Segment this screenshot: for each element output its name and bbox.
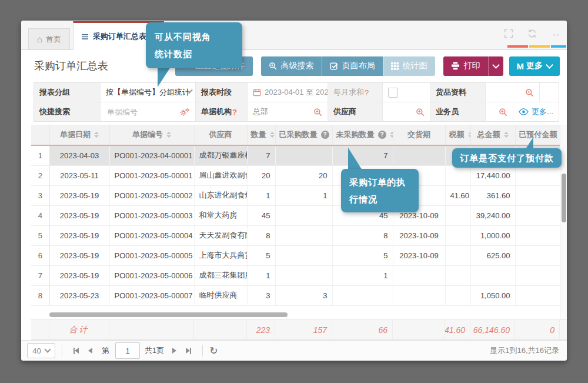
table-row[interactable]: 52023-05-19PO001-2023-05-00004天天发副食有限...…: [31, 225, 560, 245]
home-icon: ⌂: [37, 35, 42, 44]
help-icon[interactable]: ?: [321, 131, 329, 139]
cell-unpurchased-qty: 5: [332, 245, 393, 265]
checkbox-check-icon: [330, 62, 338, 70]
report-group-label: 报表分组: [34, 83, 101, 102]
cell-delivery-date: [393, 265, 445, 285]
salesman-search-field[interactable]: [486, 102, 513, 121]
cell-tax: [445, 265, 470, 285]
summary-cell-rownum: [31, 320, 49, 339]
page-number-input[interactable]: [115, 342, 140, 359]
refresh-button[interactable]: ↻: [209, 346, 218, 356]
search-plus-icon[interactable]: [416, 108, 425, 116]
cell-rownum: 1: [31, 145, 49, 165]
cell-rownum: 6: [31, 245, 49, 265]
col-header-doc-no[interactable]: 单据编号: [109, 125, 194, 145]
last-page-button[interactable]: [186, 348, 191, 354]
org-label: 单据机构?: [196, 102, 248, 121]
report-period-field[interactable]: 2023-04-01 至 2023-05...: [248, 83, 328, 102]
sort-icon[interactable]: [94, 132, 99, 138]
chevron-down-icon: [44, 346, 51, 352]
col-header-qty[interactable]: 数量: [247, 125, 275, 145]
sort-icon[interactable]: [504, 132, 509, 138]
refresh-icon[interactable]: [527, 29, 537, 38]
table-row[interactable]: 62023-05-19PO001-2023-05-00005上海市大兵商贸...…: [31, 245, 560, 265]
report-group-select[interactable]: 按【单据编号】分组统计: [101, 83, 196, 102]
sort-icon[interactable]: [166, 132, 171, 138]
search-plus-icon[interactable]: [525, 88, 534, 97]
tab-home[interactable]: ⌂ 首页: [28, 28, 70, 49]
table-row[interactable]: 42023-05-19PO001-2023-05-00003和堂大药房45452…: [31, 205, 560, 225]
page-size-select[interactable]: 40: [27, 343, 55, 358]
summary-cell-unpurchased-qty: 66: [332, 320, 393, 339]
callout-group-tip: 可从不同视角 统计数据: [146, 22, 242, 68]
col-header-doc-date[interactable]: 单据日期: [49, 125, 109, 145]
col-header-purchased-qty[interactable]: 已采购数量?: [275, 125, 332, 145]
sort-icon[interactable]: [390, 132, 393, 138]
cell-prepaid-amount: [515, 225, 560, 245]
cell-prepaid-amount: [515, 165, 560, 185]
cell-qty: 45: [247, 205, 275, 225]
horizontal-scrollbar-thumb[interactable]: [49, 312, 288, 317]
goods-search-field[interactable]: [486, 83, 540, 102]
cell-prepaid-amount: [515, 285, 560, 305]
page-layout-button[interactable]: 页面布局: [322, 56, 383, 76]
col-header-total-amount[interactable]: 总金额: [470, 125, 515, 145]
search-plus-icon[interactable]: [313, 108, 322, 116]
table-row[interactable]: 82023-05-23PO001-2023-05-00007临时供应商331,0…: [31, 285, 560, 305]
table-row[interactable]: 22023-05-11PO001-2023-05-00001眉山鑫进欢副食...…: [31, 165, 560, 185]
chart-button[interactable]: 统计图: [383, 56, 435, 76]
prev-page-button[interactable]: [88, 348, 92, 354]
supplier-label: 供应商: [328, 102, 383, 121]
first-page-button[interactable]: [74, 348, 79, 354]
page-title: 采购订单汇总表: [34, 59, 108, 73]
cell-rownum: 2: [31, 165, 49, 185]
grid-header-row: 单据日期单据编号供应商数量已采购数量?未采购数量?交货期税额总金额已预付金额?: [31, 125, 560, 145]
cell-purchased-qty: [275, 145, 332, 165]
table-row[interactable]: 32023-05-19PO001-2023-05-00002山东进化副食烟...…: [31, 185, 560, 205]
cell-qty: 3: [247, 285, 275, 305]
next-page-button[interactable]: [172, 348, 176, 354]
maximize-icon[interactable]: [504, 29, 513, 38]
col-header-tax[interactable]: 税额: [445, 125, 470, 145]
more-filters-cell: 更多...: [513, 102, 559, 121]
search-plus-icon[interactable]: [499, 108, 507, 116]
cell-purchased-qty: 20: [275, 165, 332, 185]
cell-purchased-qty: [275, 265, 332, 285]
vertical-scrollbar-thumb[interactable]: [562, 174, 566, 222]
cell-tax: 41.60: [445, 185, 470, 205]
help-icon[interactable]: ?: [378, 131, 386, 139]
sort-icon[interactable]: [468, 132, 471, 138]
gears-icon[interactable]: [180, 108, 190, 116]
more-filters-link[interactable]: 更多...: [519, 106, 553, 117]
monthly-sum-checkbox[interactable]: [388, 88, 398, 98]
cell-prepaid-amount: [515, 185, 560, 205]
cell-purchased-qty: 3: [275, 285, 332, 305]
horizontal-scrollbar[interactable]: [31, 311, 560, 319]
cell-rownum: 7: [31, 265, 49, 285]
cell-total-amount: 361.60: [470, 185, 515, 205]
cell-total-amount: 17,440.00: [470, 165, 515, 185]
print-dropdown-button[interactable]: [488, 56, 503, 76]
supplier-search-field[interactable]: [383, 102, 430, 121]
window-icons: ↔: [504, 28, 561, 38]
more-filters-label: 更多...: [532, 106, 553, 117]
help-hint[interactable]: ?: [365, 88, 369, 97]
resize-horizontal-icon[interactable]: ↔: [551, 28, 561, 38]
summary-cell-doc-date: 合计: [49, 320, 109, 339]
more-button[interactable]: M 更多: [509, 56, 560, 76]
quick-search-input[interactable]: [106, 107, 167, 117]
total-pages-label: 共1页: [145, 345, 164, 356]
cell-delivery-date: [393, 285, 445, 305]
col-header-unpurchased-qty[interactable]: 未采购数量?: [332, 125, 393, 145]
advanced-search-button[interactable]: 高级搜索: [261, 56, 322, 76]
cell-rownum: 8: [31, 285, 49, 305]
accent-strip-bars: [507, 45, 566, 48]
help-hint[interactable]: ?: [232, 108, 237, 116]
more-prefix: M: [517, 61, 524, 71]
org-field[interactable]: 总部: [248, 102, 328, 121]
print-button[interactable]: 打印: [443, 56, 488, 76]
sort-icon[interactable]: [270, 132, 275, 138]
table-row[interactable]: 72023-05-19PO001-2023-05-00006成都三花集团股...…: [31, 265, 560, 285]
quick-search-label: 快捷搜索: [34, 102, 101, 121]
cell-doc-date: 2023-05-11: [49, 165, 109, 185]
